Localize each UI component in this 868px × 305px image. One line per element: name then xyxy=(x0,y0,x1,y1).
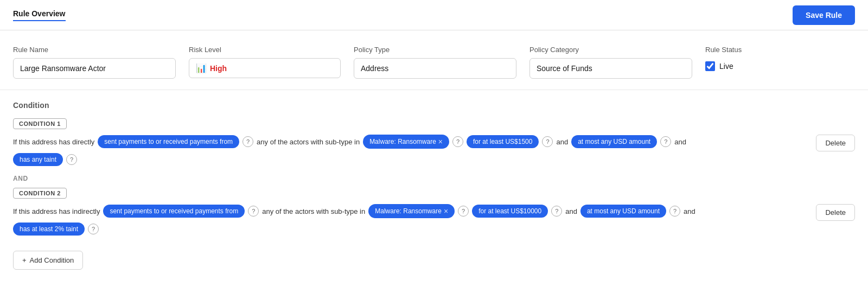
condition-1-taint-help[interactable]: ? xyxy=(66,154,77,165)
condition-1-prefix: If this address has directly xyxy=(13,138,94,146)
tab-bar: Rule Overview Save Rule xyxy=(0,0,868,30)
condition-2-subtype-close[interactable]: × xyxy=(444,207,448,215)
rule-status-value: Live xyxy=(719,62,733,71)
policy-category-label: Policy Category xyxy=(529,46,692,54)
condition-1-mid-text: any of the actors with sub-type in xyxy=(257,138,360,146)
condition-2-main: If this address has indirectly sent paym… xyxy=(13,204,812,236)
condition-2-prefix: If this address has indirectly xyxy=(13,207,100,215)
condition-2-subtype-chip[interactable]: Malware: Ransomware × xyxy=(368,204,455,218)
risk-level-label: Risk Level xyxy=(189,46,341,54)
risk-level-badge[interactable]: 📊 High xyxy=(189,58,341,78)
condition-1-amount-help[interactable]: ? xyxy=(542,136,553,147)
condition-2-amount-help[interactable]: ? xyxy=(551,206,562,217)
condition-2-wrapper: If this address has indirectly sent paym… xyxy=(13,204,855,236)
risk-level-value: High xyxy=(210,64,227,73)
condition-1-action-chip[interactable]: sent payments to or received payments fr… xyxy=(98,135,239,148)
form-row: Rule Name Risk Level 📊 High Policy Type … xyxy=(13,46,855,79)
condition-2-taint-chip[interactable]: has at least 2% taint xyxy=(13,223,85,236)
rule-status-checkbox[interactable] xyxy=(705,61,715,71)
add-condition-button[interactable]: + Add Condition xyxy=(13,251,83,270)
policy-type-label: Policy Type xyxy=(354,46,516,54)
app-container: Rule Overview Save Rule Rule Name Risk L… xyxy=(0,0,868,305)
condition-1-taint-chip[interactable]: has any taint xyxy=(13,153,63,166)
policy-category-group: Policy Category xyxy=(529,46,692,79)
policy-category-input[interactable] xyxy=(529,58,692,79)
condition-2-block: CONDITION 2 If this address has indirect… xyxy=(13,188,855,236)
condition-1-wrapper: If this address has directly sent paymen… xyxy=(13,135,855,166)
policy-type-input[interactable] xyxy=(354,58,516,79)
condition-1-label: CONDITION 1 xyxy=(13,118,67,129)
condition-2-max-help[interactable]: ? xyxy=(669,206,680,217)
condition-2-line-2: has at least 2% taint ? xyxy=(13,223,812,236)
condition-1-subtype-help[interactable]: ? xyxy=(452,136,463,147)
condition-1-line-2: has any taint ? xyxy=(13,153,812,166)
rule-name-label: Rule Name xyxy=(13,46,176,54)
condition-1-main: If this address has directly sent paymen… xyxy=(13,135,812,166)
save-rule-button[interactable]: Save Rule xyxy=(793,5,855,25)
condition-1-and2: and xyxy=(674,138,686,146)
condition-1-subtype-close[interactable]: × xyxy=(438,137,443,146)
condition-2-subtype-help[interactable]: ? xyxy=(458,206,469,217)
condition-1-max-chip[interactable]: at most any USD amount xyxy=(571,135,657,148)
condition-1-block: CONDITION 1 If this address has directly… xyxy=(13,118,855,166)
condition-1-and1: and xyxy=(556,138,568,146)
rule-status-label: Rule Status xyxy=(705,46,792,54)
condition-2-action-chip[interactable]: sent payments to or received payments fr… xyxy=(103,205,245,218)
form-section: Rule Name Risk Level 📊 High Policy Type … xyxy=(0,30,868,90)
risk-level-group: Risk Level 📊 High xyxy=(189,46,341,78)
condition-2-and1: and xyxy=(565,207,577,215)
rule-name-input[interactable] xyxy=(13,58,176,79)
condition-2-delete-button[interactable]: Delete xyxy=(816,204,855,221)
rule-name-group: Rule Name xyxy=(13,46,176,79)
policy-type-group: Policy Type xyxy=(354,46,516,79)
add-condition-plus-icon: + xyxy=(22,256,27,264)
rule-status-group: Rule Status Live xyxy=(705,46,792,71)
condition-2-action-help[interactable]: ? xyxy=(248,206,259,217)
condition-1-line-1: If this address has directly sent paymen… xyxy=(13,135,812,149)
condition-1-max-help[interactable]: ? xyxy=(660,136,671,147)
risk-icon: 📊 xyxy=(196,63,207,73)
condition-2-taint-help[interactable]: ? xyxy=(88,224,99,234)
condition-1-subtype-chip[interactable]: Malware: Ransomware × xyxy=(363,135,449,149)
conditions-section: Condition CONDITION 1 If this address ha… xyxy=(0,90,868,281)
add-condition-label: Add Condition xyxy=(30,256,74,264)
condition-2-max-chip[interactable]: at most any USD amount xyxy=(580,205,666,218)
condition-2-mid-text: any of the actors with sub-type in xyxy=(262,207,365,215)
tab-rule-overview[interactable]: Rule Overview xyxy=(13,9,66,21)
and-separator: AND xyxy=(13,175,855,182)
conditions-heading: Condition xyxy=(13,101,855,110)
condition-1-amount-chip[interactable]: for at least US$1500 xyxy=(467,135,539,148)
condition-2-line-1: If this address has indirectly sent paym… xyxy=(13,204,812,218)
condition-2-amount-chip[interactable]: for at least US$10000 xyxy=(472,205,548,218)
status-row: Live xyxy=(705,61,792,71)
condition-1-delete-button[interactable]: Delete xyxy=(816,135,855,151)
condition-2-and2: and xyxy=(684,207,695,215)
condition-2-label: CONDITION 2 xyxy=(13,188,67,199)
condition-1-action-help[interactable]: ? xyxy=(242,136,253,147)
